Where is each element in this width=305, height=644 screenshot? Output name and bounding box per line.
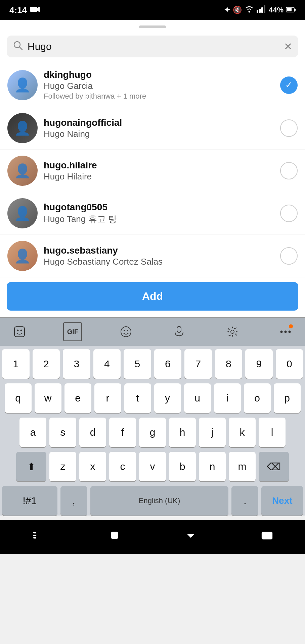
more-options-icon[interactable] [276,322,295,341]
key-e[interactable]: e [64,383,91,413]
sticker-icon[interactable] [10,322,29,341]
key-k[interactable]: k [229,418,256,447]
add-button[interactable]: Add [7,282,298,311]
key-w[interactable]: w [35,383,61,413]
username-hugotang0505: hugotang0505 [44,202,274,213]
key-y[interactable]: y [154,383,181,413]
number-row: 1234567890 [2,349,303,379]
space-key[interactable]: English (UK) [90,486,229,516]
key-9[interactable]: 9 [245,349,273,379]
battery-text: 44% [269,6,284,14]
svg-rect-27 [111,532,118,539]
bottom-row: !#1 , English (UK) . Next [2,486,303,516]
key-4[interactable]: 4 [93,349,121,379]
svg-rect-0 [30,7,37,12]
key-0[interactable]: 0 [276,349,303,379]
key-1[interactable]: 1 [2,349,30,379]
clear-search-button[interactable]: ✕ [284,41,292,52]
recents-nav-button[interactable] [177,525,204,545]
next-key[interactable]: Next [261,486,303,516]
svg-point-21 [280,331,282,333]
key-f[interactable]: f [109,418,136,447]
keyboard-toolbar: GIF [0,317,305,346]
svg-point-16 [124,330,125,331]
emoji-icon[interactable] [117,322,135,341]
svg-rect-12 [14,327,25,337]
back-nav-button[interactable] [25,525,52,545]
select-circle-hugo.sebastiany[interactable] [280,247,298,265]
symbols-key[interactable]: !#1 [2,486,57,516]
svg-rect-18 [177,326,181,332]
key-b[interactable]: b [169,452,196,481]
key-d[interactable]: d [79,418,106,447]
settings-icon[interactable] [223,322,242,341]
delete-key[interactable]: ⌫ [259,452,289,481]
select-circle-hugo.hilaire[interactable] [280,162,298,179]
user-info-hugotang0505: hugotang0505Hugo Tang 휴고 탕 [44,202,274,225]
svg-rect-4 [259,9,261,13]
status-right: ✦ 🔇 44% [224,5,296,15]
qwerty-row-2: asdfghjkl [2,418,303,447]
key-6[interactable]: 6 [154,349,182,379]
svg-point-14 [20,330,22,331]
result-item-hugonaingofficial[interactable]: 👤hugonaingofficialHugo Naing [0,107,305,150]
key-q[interactable]: q [5,383,32,413]
key-s[interactable]: s [49,418,76,447]
username-hugonaingofficial: hugonaingofficial [44,117,274,128]
result-item-hugo.hilaire[interactable]: 👤hugo.hilaireHugo Hilaire [0,150,305,192]
display-name-hugo.hilaire: Hugo Hilaire [44,171,274,182]
key-x[interactable]: x [79,452,106,481]
result-item-hugo.sebastiany[interactable]: 👤hugo.sebastianyHugo Sebastiany Cortez S… [0,235,305,277]
key-g[interactable]: g [139,418,166,447]
user-info-hugo.hilaire: hugo.hilaireHugo Hilaire [44,160,274,182]
key-l[interactable]: l [259,418,286,447]
wifi-icon [245,5,254,15]
keyboard-nav-button[interactable] [254,525,280,545]
key-t[interactable]: t [124,383,151,413]
keyboard: 1234567890 qwertyuiop asdfghjkl ⬆zxcvbnm… [0,346,305,516]
gif-icon[interactable]: GIF [63,322,82,341]
result-item-dkinghugo[interactable]: 👤dkinghugoHugo GarciaFollowed by bjthanw… [0,63,305,107]
key-j[interactable]: j [199,418,226,447]
home-nav-button[interactable] [101,525,128,545]
qwerty-row-3: ⬆zxcvbnm⌫ [2,452,303,481]
period-key[interactable]: . [231,486,258,516]
key-o[interactable]: o [244,383,271,413]
key-h[interactable]: h [169,418,196,447]
search-input[interactable] [28,41,279,52]
key-3[interactable]: 3 [63,349,90,379]
user-info-hugonaingofficial: hugonaingofficialHugo Naing [44,117,274,139]
key-u[interactable]: u [184,383,211,413]
bottom-nav [0,520,305,554]
select-circle-dkinghugo[interactable]: ✓ [280,76,298,94]
svg-point-22 [284,331,287,333]
comma-key[interactable]: , [60,486,87,516]
result-item-hugotang0505[interactable]: 👤hugotang0505Hugo Tang 휴고 탕 [0,192,305,235]
key-m[interactable]: m [229,452,256,481]
select-circle-hugonaingofficial[interactable] [280,119,298,137]
status-left: 4:14 [9,5,40,15]
key-r[interactable]: r [94,383,121,413]
key-5[interactable]: 5 [124,349,151,379]
select-circle-hugotang0505[interactable] [280,205,298,222]
key-z[interactable]: z [49,452,76,481]
svg-point-13 [17,330,19,331]
key-7[interactable]: 7 [184,349,212,379]
key-c[interactable]: c [109,452,136,481]
key-v[interactable]: v [139,452,166,481]
key-i[interactable]: i [214,383,241,413]
shift-key[interactable]: ⬆ [16,452,46,481]
user-info-hugo.sebastiany: hugo.sebastianyHugo Sebastiany Cortez Sa… [44,245,274,267]
key-8[interactable]: 8 [215,349,243,379]
key-n[interactable]: n [199,452,226,481]
search-bar: ✕ [7,36,298,57]
key-a[interactable]: a [19,418,46,447]
microphone-icon[interactable] [170,322,188,341]
status-bar: 4:14 ✦ 🔇 44% [0,0,305,20]
time: 4:14 [9,5,27,15]
key-2[interactable]: 2 [33,349,60,379]
key-p[interactable]: p [274,383,301,413]
results-list: 👤dkinghugoHugo GarciaFollowed by bjthanw… [0,63,305,277]
search-container: ✕ [0,31,305,63]
svg-point-15 [121,327,131,337]
